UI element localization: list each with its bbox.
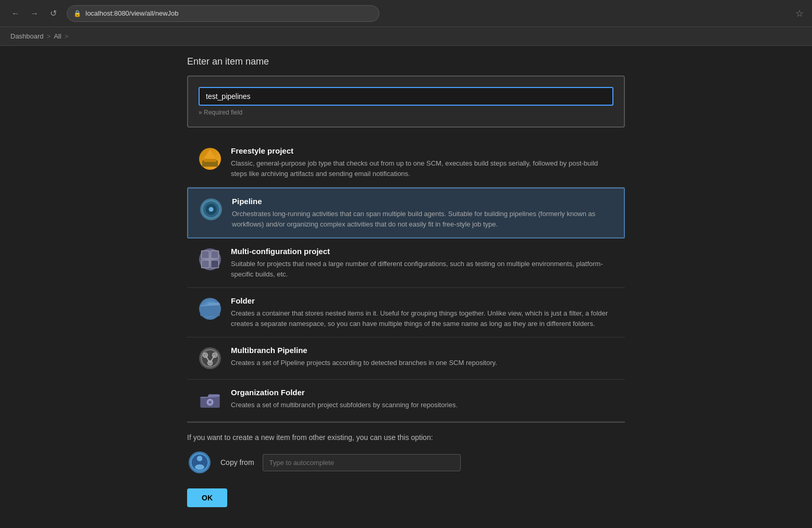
job-type-orgfolder[interactable]: Organization Folder Creates a set of mul…: [187, 380, 625, 422]
pipeline-desc: Orchestrates long-running activities tha…: [232, 209, 613, 229]
multiconfig-title: Multi-configuration project: [231, 247, 614, 256]
multibranch-info: Multibranch Pipeline Creates a set of Pi…: [231, 346, 614, 368]
svg-rect-1: [204, 159, 216, 162]
svg-rect-9: [211, 260, 219, 268]
bookmark-star-icon[interactable]: ☆: [795, 8, 804, 19]
breadcrumb-sep-2: >: [65, 32, 69, 40]
reload-button[interactable]: ↺: [46, 6, 60, 21]
multiconfig-info: Multi-configuration project Suitable for…: [231, 247, 614, 279]
svg-marker-2: [204, 149, 216, 159]
item-name-input[interactable]: [199, 87, 613, 106]
nav-buttons: ← → ↺: [8, 6, 60, 21]
required-field-text: » Required field: [199, 109, 613, 116]
forward-button[interactable]: →: [27, 6, 42, 21]
svg-rect-8: [202, 260, 210, 268]
job-type-freestyle[interactable]: Freestyle project Classic, general-purpo…: [187, 138, 625, 187]
freestyle-title: Freestyle project: [231, 146, 614, 155]
orgfolder-title: Organization Folder: [231, 388, 614, 397]
pipeline-info: Pipeline Orchestrates long-running activ…: [232, 197, 613, 229]
copy-from-icon: [187, 450, 212, 475]
multibranch-icon: [198, 346, 223, 371]
svg-rect-7: [211, 251, 219, 259]
pipeline-icon: [199, 197, 224, 222]
security-icon: 🔒: [73, 10, 81, 17]
folder-desc: Creates a container that stores nested i…: [231, 308, 614, 329]
breadcrumb-all[interactable]: All: [54, 32, 61, 40]
freestyle-desc: Classic, general-purpose job type that c…: [231, 158, 614, 179]
page-title: Enter an item name: [187, 56, 625, 67]
folder-icon: [198, 296, 223, 321]
orgfolder-info: Organization Folder Creates a set of mul…: [231, 388, 614, 410]
folder-info: Folder Creates a container that stores n…: [231, 296, 614, 329]
orgfolder-icon: [198, 388, 223, 413]
copy-from-section: If you want to create a new item from ot…: [187, 422, 625, 518]
svg-rect-10: [200, 305, 219, 316]
breadcrumb-sep-1: >: [47, 32, 51, 40]
job-type-multibranch[interactable]: Multibranch Pipeline Creates a set of Pi…: [187, 337, 625, 380]
copy-section-intro: If you want to create a new item from ot…: [187, 433, 625, 442]
svg-point-21: [197, 456, 203, 461]
breadcrumb-dashboard[interactable]: Dashboard: [10, 32, 44, 40]
svg-point-5: [209, 207, 214, 212]
url-text: localhost:8080/view/all/newJob: [85, 9, 179, 17]
breadcrumb: Dashboard > All >: [0, 27, 812, 46]
job-types-list: Freestyle project Classic, general-purpo…: [187, 138, 625, 422]
job-type-folder[interactable]: Folder Creates a container that stores n…: [187, 288, 625, 337]
svg-rect-6: [202, 251, 210, 259]
multiconfig-desc: Suitable for projects that need a large …: [231, 259, 614, 279]
main-content: Enter an item name » Required field Free…: [171, 46, 641, 528]
orgfolder-desc: Creates a set of multibranch project sub…: [231, 400, 614, 410]
job-type-pipeline[interactable]: Pipeline Orchestrates long-running activ…: [187, 187, 625, 238]
pipeline-title: Pipeline: [232, 197, 613, 206]
ok-button[interactable]: OK: [187, 488, 227, 507]
multibranch-desc: Creates a set of Pipeline projects accor…: [231, 358, 614, 368]
copy-from-row: Copy from: [187, 450, 625, 475]
address-bar[interactable]: 🔒 localhost:8080/view/all/newJob: [67, 5, 379, 22]
back-button[interactable]: ←: [8, 6, 23, 21]
item-name-section: » Required field: [187, 76, 625, 128]
freestyle-info: Freestyle project Classic, general-purpo…: [231, 146, 614, 179]
freestyle-icon: [198, 146, 223, 171]
folder-title: Folder: [231, 296, 614, 305]
job-type-multiconfig[interactable]: Multi-configuration project Suitable for…: [187, 238, 625, 288]
copy-from-input[interactable]: [263, 454, 461, 471]
multiconfig-icon: [198, 247, 223, 272]
svg-point-19: [209, 401, 212, 404]
multibranch-title: Multibranch Pipeline: [231, 346, 614, 355]
svg-point-22: [195, 464, 204, 470]
browser-chrome: ← → ↺ 🔒 localhost:8080/view/all/newJob ☆: [0, 0, 812, 27]
copy-from-label: Copy from: [220, 458, 254, 467]
